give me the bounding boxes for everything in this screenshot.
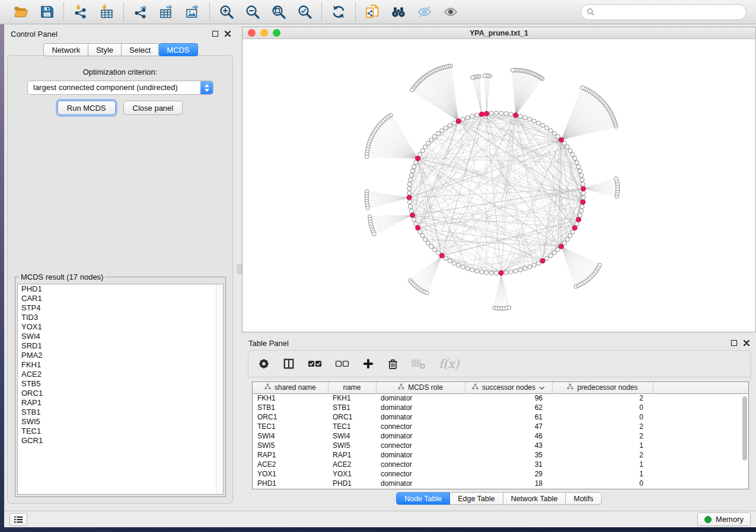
column-header-predecessor-nodes[interactable]: predecessor nodes (552, 382, 653, 393)
search-input[interactable] (598, 7, 741, 17)
settings-button[interactable] (258, 358, 270, 370)
deselect-all-button[interactable] (335, 360, 349, 368)
cell-shared-name: PHD1 (253, 479, 328, 488)
list-item[interactable]: PMA2 (18, 351, 223, 360)
list-item[interactable]: STB1 (18, 408, 223, 417)
toolbar-separator (123, 2, 124, 21)
network-node (448, 123, 452, 127)
list-item[interactable]: PHD1 (18, 284, 223, 294)
cell-name: SWI4 (328, 431, 376, 441)
network-node (509, 112, 513, 116)
save-session-button[interactable] (36, 2, 58, 21)
open-file-button[interactable] (10, 2, 31, 21)
tab-mcds[interactable]: MCDS (159, 43, 197, 56)
network-node (484, 271, 489, 275)
memory-button[interactable]: Memory (697, 512, 751, 526)
column-header-name[interactable]: name (328, 382, 376, 393)
cell-mcds-role: connector (376, 422, 465, 431)
tab-edge-table[interactable]: Edge Table (450, 492, 503, 505)
run-mcds-button[interactable]: Run MCDS (58, 101, 116, 115)
select-all-button[interactable] (308, 360, 322, 368)
mcds-result-list[interactable]: PHD1CAR1STP4TID3YOX1SWI4SRD1PMA2FKH1ACE2… (17, 284, 224, 495)
close-panel-icon[interactable] (225, 31, 231, 37)
column-header-shared-name[interactable]: shared name (253, 382, 328, 393)
search-field[interactable] (580, 4, 747, 20)
vertical-splitter[interactable] (237, 24, 242, 511)
network-node (465, 267, 470, 271)
list-item[interactable]: GCR1 (18, 436, 223, 446)
float-table-panel-icon[interactable] (731, 340, 737, 346)
network-window-title: YPA_prune.txt_1 (243, 29, 755, 37)
list-item[interactable]: ORC1 (18, 389, 223, 398)
list-item[interactable]: SWI5 (18, 417, 223, 427)
export-network-button[interactable] (130, 2, 151, 21)
close-panel-button[interactable]: Close panel (123, 101, 183, 115)
delete-column-button[interactable] (387, 358, 398, 370)
result-scrollbar[interactable] (216, 284, 223, 494)
zoom-fit-button[interactable] (268, 2, 289, 21)
table-row[interactable]: RAP1RAP1dominator352 (253, 450, 748, 460)
zoom-out-button[interactable] (242, 2, 263, 21)
tab-select[interactable]: Select (122, 43, 159, 56)
import-table-button[interactable] (96, 2, 117, 21)
save-session-icon (39, 4, 55, 20)
list-item[interactable]: FKH1 (18, 360, 223, 370)
list-item[interactable]: TID3 (18, 313, 223, 322)
zoom-selected-button[interactable] (294, 2, 315, 21)
network-graph[interactable] (243, 39, 755, 332)
float-panel-icon[interactable] (212, 31, 218, 37)
list-item[interactable]: TEC1 (18, 427, 223, 436)
search-network-button[interactable] (388, 2, 409, 21)
list-item[interactable]: SRD1 (18, 341, 223, 351)
network-node (576, 165, 580, 169)
export-table-button[interactable] (156, 2, 177, 21)
list-item[interactable]: ACE2 (18, 370, 223, 379)
zoom-in-button[interactable] (216, 2, 237, 21)
network-node (475, 113, 479, 117)
network-node (523, 116, 527, 120)
hide-selected-button[interactable] (414, 2, 435, 21)
network-node (409, 204, 413, 209)
cell-mcds-role: dominator (376, 403, 465, 412)
list-item[interactable]: RAP1 (18, 398, 223, 408)
criterion-select[interactable]: largest connected component (undirected) (27, 81, 213, 95)
table-row[interactable]: PHD1PHD1dominator180 (253, 479, 748, 488)
list-item[interactable]: YOX1 (18, 322, 223, 332)
column-header-MCDS-role[interactable]: MCDS role (376, 382, 465, 393)
tab-node-table[interactable]: Node Table (396, 492, 450, 505)
tab-network[interactable]: Network (43, 43, 88, 56)
cell-predecessor-nodes: 0 (552, 479, 653, 488)
share-network-button[interactable] (362, 2, 383, 21)
network-window-titlebar[interactable]: YPA_prune.txt_1 (243, 27, 755, 39)
network-node (475, 269, 479, 273)
column-split-button[interactable] (283, 358, 295, 370)
table-row[interactable]: FKH1FKH1dominator962 (253, 393, 748, 403)
tab-network-table[interactable]: Network Table (503, 492, 566, 505)
table-row[interactable]: YOX1YOX1connector291 (253, 469, 748, 479)
tab-style[interactable]: Style (88, 43, 122, 56)
table-row[interactable]: ACE2ACE2connector311 (253, 460, 748, 469)
table-row[interactable]: STB1STB1dominator620 (253, 403, 748, 412)
table-row[interactable]: SWI5SWI5connector431 (253, 441, 748, 450)
list-item[interactable]: SWI4 (18, 332, 223, 341)
import-network-button[interactable] (70, 2, 91, 21)
table-scrollbar[interactable] (742, 396, 747, 460)
add-column-button[interactable] (362, 358, 374, 370)
network-node (575, 161, 579, 165)
list-item[interactable]: STP4 (18, 303, 223, 313)
refresh-button[interactable] (328, 2, 349, 21)
column-label: predecessor nodes (577, 383, 637, 392)
table-row[interactable]: ORC1ORC1dominator610 (253, 412, 748, 422)
close-table-panel-icon[interactable] (744, 340, 749, 346)
splitter-handle[interactable] (237, 265, 242, 274)
table-row[interactable]: TEC1TEC1connector472 (253, 422, 748, 431)
task-history-button[interactable] (9, 513, 27, 526)
tab-motifs[interactable]: Motifs (566, 492, 601, 505)
export-image-button[interactable] (182, 2, 203, 21)
table-row[interactable]: SWI4SWI4dominator462 (253, 431, 748, 441)
node-layer[interactable] (365, 64, 620, 310)
show-all-button[interactable] (440, 2, 461, 21)
list-item[interactable]: STB5 (18, 379, 223, 389)
list-item[interactable]: CAR1 (18, 294, 223, 303)
column-header-successor-nodes[interactable]: successor nodes (465, 382, 552, 393)
